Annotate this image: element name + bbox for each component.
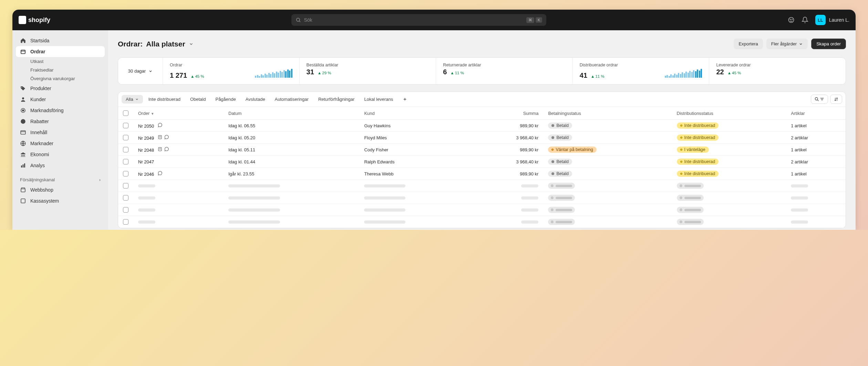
create-order-button[interactable]: Skapa order bbox=[811, 39, 846, 49]
col-order[interactable]: Order ▼ bbox=[133, 107, 224, 120]
row-checkbox[interactable] bbox=[123, 123, 128, 128]
col-customer[interactable]: Kund bbox=[359, 107, 472, 120]
row-checkbox[interactable] bbox=[123, 159, 128, 164]
row-checkbox[interactable] bbox=[123, 135, 128, 140]
nav-content[interactable]: Innehåll bbox=[16, 127, 105, 138]
stat-delta: ▲11 % bbox=[591, 74, 604, 78]
cell-total: 989,90 kr bbox=[472, 144, 543, 156]
table-row[interactable]: Nr 2047Idag kl. 01.44Ralph Edwards3 968,… bbox=[118, 156, 846, 168]
nav-discounts[interactable]: Rabatter bbox=[16, 116, 105, 127]
nav-products[interactable]: Produkter bbox=[16, 83, 105, 94]
page-title: Ordrar: bbox=[118, 40, 143, 48]
svg-point-6 bbox=[21, 87, 22, 88]
nav-drafts[interactable]: Utkast bbox=[16, 57, 105, 66]
nav-sales-channels-header[interactable]: Försäljningskanal › bbox=[16, 171, 105, 184]
more-actions-button[interactable]: Fler åtgärder bbox=[766, 39, 808, 49]
nav-online-store[interactable]: Webbshop bbox=[16, 184, 105, 195]
sparkline bbox=[255, 68, 292, 78]
row-checkbox[interactable] bbox=[123, 207, 128, 213]
cell-total: 3 968,40 kr bbox=[472, 132, 543, 144]
cell-customer: Cody Fisher bbox=[359, 144, 472, 156]
caret-up-icon: ▲ bbox=[190, 74, 194, 78]
stat-cell[interactable]: Beställda artiklar31▲29 % bbox=[300, 58, 436, 84]
nav-analytics-label: Analys bbox=[30, 163, 45, 168]
cell-customer: Guy Hawkins bbox=[359, 120, 472, 132]
table-row[interactable]: Nr 2050Idag kl. 06.55Guy Hawkins989,90 k… bbox=[118, 120, 846, 132]
chat-icon bbox=[157, 171, 163, 176]
user-menu[interactable]: LL Lauren L. bbox=[815, 15, 849, 25]
chat-icon bbox=[157, 122, 163, 128]
col-items[interactable]: Artiklar bbox=[786, 107, 846, 120]
add-tab-button[interactable] bbox=[399, 95, 411, 103]
col-fulfillment[interactable]: Distributionsstatus bbox=[672, 107, 786, 120]
order-number[interactable]: Nr 2050 bbox=[138, 123, 154, 129]
order-number[interactable]: Nr 2046 bbox=[138, 172, 154, 177]
row-checkbox[interactable] bbox=[123, 195, 128, 201]
col-total[interactable]: Summa bbox=[472, 107, 543, 120]
cell-total: 3 968,40 kr bbox=[472, 156, 543, 168]
chevron-right-icon: › bbox=[99, 177, 101, 182]
pos-icon bbox=[20, 198, 26, 204]
row-checkbox[interactable] bbox=[123, 171, 128, 176]
search-filter-button[interactable] bbox=[811, 95, 828, 104]
chevron-down-icon[interactable] bbox=[189, 42, 194, 46]
svg-point-0 bbox=[297, 18, 300, 21]
search-placeholder: Sök bbox=[304, 17, 525, 23]
caret-up-icon: ▲ bbox=[318, 71, 321, 75]
tab-lokal-leverans[interactable]: Lokal leverans bbox=[360, 95, 397, 104]
order-number[interactable]: Nr 2047 bbox=[138, 159, 154, 164]
cell-customer: Ralph Edwards bbox=[359, 156, 472, 168]
stat-cell[interactable]: Returnerade artiklar6▲11 % bbox=[436, 58, 573, 84]
stat-delta: ▲29 % bbox=[318, 71, 331, 75]
stat-value: 41 bbox=[580, 72, 587, 79]
nav-finance[interactable]: Ekonomi bbox=[16, 149, 105, 160]
export-button[interactable]: Exportera bbox=[734, 39, 763, 49]
tab-alla[interactable]: Alla bbox=[122, 95, 143, 104]
tab-returförfrågningar[interactable]: Returförfrågningar bbox=[314, 95, 359, 104]
tab-pågående[interactable]: Pågående bbox=[211, 95, 240, 104]
svg-rect-15 bbox=[24, 163, 25, 168]
nav-analytics[interactable]: Analys bbox=[16, 160, 105, 171]
tab-automatiseringar[interactable]: Automatiseringar bbox=[271, 95, 313, 104]
row-checkbox[interactable] bbox=[123, 219, 128, 225]
tab-obetald[interactable]: Obetald bbox=[186, 95, 210, 104]
table-row[interactable]: Nr 2048Idag kl. 05.11Cody Fisher989,90 k… bbox=[118, 144, 846, 156]
tab-inte-distribuerad[interactable]: Inte distribuerad bbox=[144, 95, 185, 104]
payment-badge: Betald bbox=[548, 159, 572, 165]
face-icon[interactable] bbox=[788, 17, 795, 23]
nav-customers[interactable]: Kunder bbox=[16, 94, 105, 105]
stat-delta: ▲45 % bbox=[190, 74, 204, 78]
caret-up-icon: ▲ bbox=[727, 71, 731, 75]
table-row[interactable]: Nr 2046Igår kl. 23.55Theresa Webb989,90 … bbox=[118, 168, 846, 180]
stat-cell[interactable]: Levererade ordrar22▲45 % bbox=[709, 58, 846, 84]
cell-date: Idag kl. 06.55 bbox=[224, 120, 359, 132]
col-date[interactable]: Datum bbox=[224, 107, 359, 120]
nav-home[interactable]: Startsida bbox=[16, 35, 105, 46]
tab-avslutade[interactable]: Avslutade bbox=[241, 95, 269, 104]
stat-value: 31 bbox=[307, 68, 314, 76]
period-selector[interactable]: 30 dagar bbox=[118, 58, 163, 84]
nav-orders[interactable]: Ordrar bbox=[16, 46, 105, 57]
row-checkbox[interactable] bbox=[123, 183, 128, 189]
location-selector[interactable]: Alla platser bbox=[146, 40, 185, 48]
stat-cell[interactable]: Ordrar1 271▲45 % bbox=[163, 58, 300, 84]
nav-shipping-labels[interactable]: Fraktsedlar bbox=[16, 66, 105, 74]
nav-markets[interactable]: Marknader bbox=[16, 138, 105, 149]
nav-pos[interactable]: Kassasystem bbox=[16, 195, 105, 206]
select-all-checkbox[interactable] bbox=[123, 110, 128, 116]
nav-abandoned[interactable]: Övergivna varukorgar bbox=[16, 74, 105, 83]
row-checkbox[interactable] bbox=[123, 147, 128, 152]
global-search[interactable]: Sök ⌘ K bbox=[291, 14, 546, 26]
col-payment[interactable]: Betalningsstatus bbox=[543, 107, 672, 120]
stat-label: Distribuerade ordrar bbox=[580, 63, 702, 67]
table-row[interactable]: Nr 2049Idag kl. 05.20Floyd Miles3 968,40… bbox=[118, 132, 846, 144]
fulfillment-badge: Inte distribuerad bbox=[677, 171, 719, 177]
order-number[interactable]: Nr 2048 bbox=[138, 148, 154, 153]
sort-button[interactable] bbox=[830, 95, 842, 104]
bell-icon[interactable] bbox=[802, 17, 808, 23]
brand-logo[interactable]: shopify bbox=[19, 16, 50, 24]
order-number[interactable]: Nr 2049 bbox=[138, 136, 154, 141]
payment-badge: Betald bbox=[548, 134, 572, 141]
stat-cell[interactable]: Distribuerade ordrar41▲11 % bbox=[573, 58, 710, 84]
nav-marketing[interactable]: Marknadsföring bbox=[16, 105, 105, 116]
